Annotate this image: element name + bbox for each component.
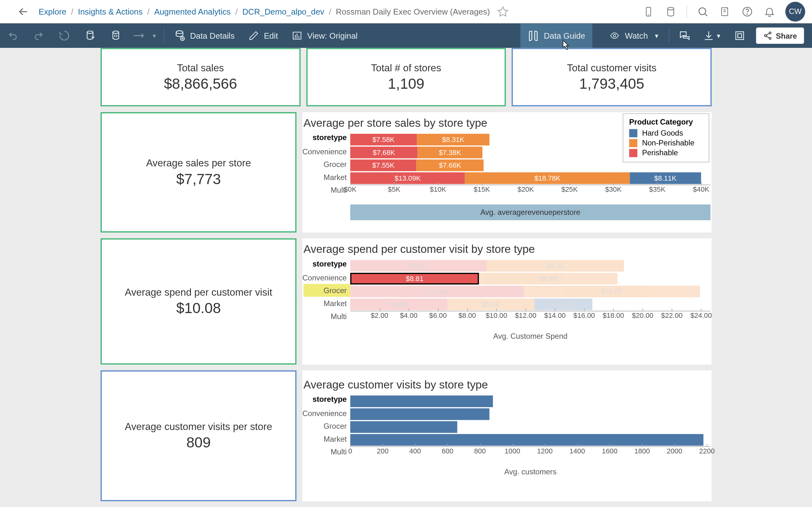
kpi-total-sales[interactable]: Total sales $8,866,566	[101, 48, 300, 106]
category-label: Grocer	[304, 419, 350, 433]
edit-button[interactable]: Edit	[242, 23, 285, 48]
svg-point-12	[87, 31, 93, 34]
data-source-icon[interactable]	[661, 2, 681, 21]
view-label: View: Original	[307, 31, 358, 40]
kpi-avg-sales[interactable]: Average sales per store $7,773	[101, 112, 297, 233]
axis-tick: $14.00	[544, 312, 566, 320]
help-icon[interactable]	[738, 2, 757, 21]
favorite-star-icon[interactable]	[497, 6, 509, 17]
kpi-avg-visits[interactable]: Average customer visits per store 809	[101, 371, 297, 501]
chart-title: Average spend per customer visit by stor…	[304, 238, 711, 259]
breadcrumb-link[interactable]: Explore	[39, 7, 67, 16]
undo-icon[interactable]	[0, 23, 26, 48]
chart-avg-spend[interactable]: Average spend per customer visit by stor…	[302, 238, 711, 364]
axis-tick: $18.00	[603, 312, 624, 320]
category-label: Convenience	[304, 145, 350, 158]
bar-segment[interactable]: $12.07	[524, 285, 700, 297]
category-label: Convenience	[304, 406, 350, 419]
bar-segment[interactable]: $3.95	[534, 298, 592, 310]
axis-tick: $2.00	[371, 312, 388, 320]
kpi-total-visits[interactable]: Total customer visits 1,793,405	[512, 48, 712, 106]
axis-tick: $12.00	[515, 312, 537, 320]
svg-point-24	[613, 35, 615, 37]
kpi-label: Total customer visits	[567, 62, 657, 74]
bar-segment[interactable]: $7.38K	[418, 147, 483, 158]
category-label: Grocer	[304, 158, 350, 171]
download-icon[interactable]: ▼	[698, 23, 727, 48]
bar-segment[interactable]: $8.81	[350, 273, 479, 285]
kpi-value: 1,793,405	[579, 75, 644, 92]
axis-tick: $6.00	[429, 312, 447, 320]
bar-segment[interactable]: $8.31K	[417, 134, 490, 146]
bar-segment[interactable]	[350, 408, 490, 420]
kpi-total-stores[interactable]: Total # of stores 1,109	[306, 48, 506, 106]
bar-segment[interactable]: $6.63	[350, 298, 447, 310]
svg-point-11	[747, 14, 748, 14]
back-icon[interactable]	[16, 4, 31, 18]
bar-segment[interactable]: $5.96	[447, 298, 535, 310]
bar-segment[interactable]	[350, 434, 704, 446]
kpi-value: 809	[186, 434, 211, 451]
search-icon[interactable]	[693, 2, 713, 21]
axis-tick: $20.00	[632, 312, 653, 320]
device-preview-icon[interactable]	[639, 2, 658, 21]
row-header: storetype	[304, 395, 350, 406]
notifications-icon[interactable]	[760, 2, 780, 21]
axis-tick: $24.00	[691, 312, 712, 320]
bar-segment[interactable]	[350, 421, 457, 433]
svg-point-16	[176, 31, 183, 34]
redo-icon[interactable]	[26, 23, 51, 48]
svg-point-4	[699, 8, 706, 14]
axis-tick: $10.00	[486, 312, 507, 320]
category-label: Multi	[304, 309, 350, 323]
category-label: Market	[304, 432, 350, 445]
bar-segment[interactable]: $9.48	[479, 273, 618, 285]
chart-avg-visits[interactable]: Average customer visits by store type st…	[302, 371, 711, 501]
row-header: storetype	[304, 133, 350, 145]
axis-tick: $40K	[693, 185, 710, 193]
comments-icon[interactable]	[672, 23, 698, 48]
list-icon[interactable]	[715, 2, 735, 21]
bar-segment[interactable]: $8.11K	[630, 172, 701, 184]
chart-avg-sales[interactable]: Average per store sales by store type Pr…	[302, 112, 711, 233]
bar-segment[interactable]: $13.09K	[350, 172, 465, 184]
bar-segment[interactable]: $18.78K	[465, 172, 629, 184]
refresh-data-icon[interactable]	[77, 23, 103, 48]
revert-icon[interactable]	[51, 23, 77, 48]
chart-title: Average customer visits by store type	[304, 371, 711, 395]
axis-label: Avg. customers	[350, 467, 711, 476]
bar-segment[interactable]: $9.42	[486, 260, 624, 272]
kpi-avg-spend[interactable]: Average spend per customer visit $10.08	[101, 238, 297, 364]
breadcrumb-link[interactable]: DCR_Demo_alpo_dev	[242, 7, 324, 16]
bar-segment[interactable]: $11.86	[350, 285, 524, 297]
watch-button[interactable]: Watch ▼	[602, 23, 667, 48]
data-details-button[interactable]: Data Details	[166, 23, 241, 48]
bar-segment[interactable]: $7.58K	[350, 134, 417, 146]
svg-line-31	[766, 36, 769, 38]
bar-segment[interactable]: $7.66K	[416, 159, 484, 171]
bar-segment[interactable]: $7.68K	[350, 147, 417, 158]
kpi-value: $7,773	[176, 170, 221, 187]
axis-tick: 1200	[537, 447, 553, 455]
row-header: storetype	[304, 260, 350, 271]
data-guide-button[interactable]: Data Guide	[520, 23, 592, 48]
bar-segment[interactable]	[350, 395, 493, 407]
axis-tick: $25K	[561, 185, 578, 193]
bar-segment[interactable]: $7.55K	[350, 159, 416, 171]
axis-tick: 1600	[602, 447, 617, 455]
pause-data-icon[interactable]	[103, 23, 129, 48]
view-button[interactable]: View: Original	[285, 23, 365, 48]
avatar[interactable]: CW	[785, 2, 805, 21]
kpi-value: $8,866,566	[164, 75, 237, 92]
axis-tick: $30K	[605, 185, 622, 193]
bar-segment[interactable]: $9.31	[350, 260, 486, 272]
fullscreen-icon[interactable]	[727, 23, 752, 48]
breadcrumb-link[interactable]: Insights & Actions	[78, 7, 143, 16]
share-button[interactable]: Share	[756, 27, 804, 44]
legend-title: Product Category	[629, 118, 703, 126]
replay-icon[interactable]: ▼	[129, 23, 161, 48]
svg-rect-25	[735, 32, 744, 40]
axis-tick: 600	[442, 447, 453, 455]
breadcrumb-link[interactable]: Augmented Analytics	[154, 7, 231, 16]
axis-tick: $5K	[388, 185, 400, 193]
